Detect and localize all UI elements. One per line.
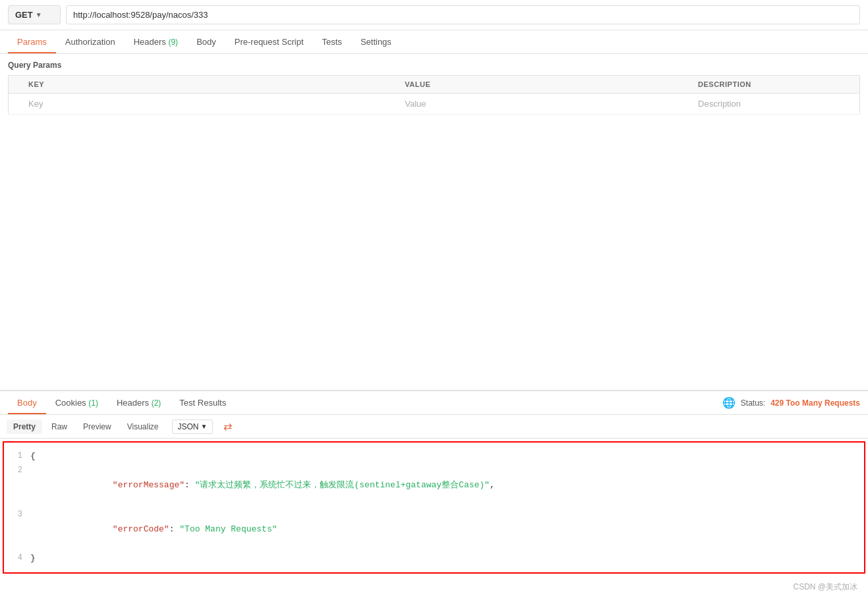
format-bar: Pretty Raw Preview Visualize JSON ▼ ⇄ <box>0 415 868 439</box>
tab-body[interactable]: Body <box>187 30 225 53</box>
cookies-badge: (1) <box>88 398 98 408</box>
resp-tab-headers[interactable]: Headers (2) <box>107 391 170 414</box>
tab-params[interactable]: Params <box>8 30 56 53</box>
format-type-select[interactable]: JSON ▼ <box>172 420 214 434</box>
code-area: 1 { 2 "errorMessage": "请求太过频繁，系统忙不过来，触发限… <box>3 441 865 574</box>
code-content-2: "errorMessage": "请求太过频繁，系统忙不过来，触发限流(sent… <box>30 464 864 507</box>
line-number-3: 3 <box>4 508 30 521</box>
upper-area: Query Params KEY VALUE DESCRIPTION Key V… <box>0 54 868 390</box>
code-line-3: 3 "errorCode": "Too Many Requests" <box>4 508 864 551</box>
headers-badge: (9) <box>168 38 178 47</box>
method-select[interactable]: GET ▼ <box>8 5 61 24</box>
line-number-4: 4 <box>4 551 30 564</box>
val-errorMessage: "请求太过频繁，系统忙不过来，触发限流(sentinel+gataway整合Ca… <box>195 480 490 490</box>
val-errorCode: "Too Many Requests" <box>179 524 277 534</box>
request-tabs: Params Authorization Headers (9) Body Pr… <box>0 30 868 54</box>
table-header-checkbox <box>9 76 22 94</box>
response-area: Body Cookies (1) Headers (2) Test Result… <box>0 390 868 576</box>
fmt-tab-visualize[interactable]: Visualize <box>121 420 165 434</box>
format-chevron-icon: ▼ <box>201 423 208 430</box>
resp-tabs-right: 🌐 Status: 429 Too Many Requests <box>722 396 860 409</box>
method-label: GET <box>15 10 33 20</box>
code-line-2: 2 "errorMessage": "请求太过频繁，系统忙不过来，触发限流(se… <box>4 464 864 507</box>
code-line-4: 4 } <box>4 551 864 566</box>
line-number-2: 2 <box>4 464 30 477</box>
key-errorCode: "errorCode" <box>113 524 169 534</box>
resp-tab-cookies[interactable]: Cookies (1) <box>46 391 107 414</box>
method-chevron-icon: ▼ <box>36 11 42 18</box>
code-content-1: { <box>30 449 864 464</box>
watermark: CSDN @美式加冰 <box>0 576 868 598</box>
row-checkbox-cell <box>9 94 22 115</box>
response-body-section: Pretty Raw Preview Visualize JSON ▼ ⇄ <box>0 415 868 574</box>
code-content-3: "errorCode": "Too Many Requests" <box>30 508 864 551</box>
table-header-key: KEY <box>22 76 398 94</box>
resp-tab-test-results[interactable]: Test Results <box>170 391 235 414</box>
response-tabs: Body Cookies (1) Headers (2) Test Result… <box>0 391 868 415</box>
tab-prerequest[interactable]: Pre-request Script <box>225 30 313 53</box>
table-header-value: VALUE <box>398 76 691 94</box>
url-bar: GET ▼ <box>0 0 868 30</box>
fmt-tab-preview[interactable]: Preview <box>76 420 118 434</box>
tab-headers[interactable]: Headers (9) <box>125 30 187 53</box>
tab-settings[interactable]: Settings <box>351 30 401 53</box>
wrap-button[interactable]: ⇄ <box>219 419 236 434</box>
globe-icon: 🌐 <box>722 396 736 409</box>
code-content-4: } <box>30 551 864 566</box>
tab-authorization[interactable]: Authorization <box>56 30 125 53</box>
table-header-description: DESCRIPTION <box>691 76 859 94</box>
tab-tests[interactable]: Tests <box>313 30 351 53</box>
table-row: Key Value Description <box>9 94 860 115</box>
row-desc-cell[interactable]: Description <box>691 94 859 115</box>
resp-headers-badge: (2) <box>152 398 161 408</box>
key-errorMessage: "errorMessage" <box>113 480 185 490</box>
row-key-cell[interactable]: Key <box>22 94 398 115</box>
status-value: 429 Too Many Requests <box>770 398 860 408</box>
query-params-label: Query Params <box>8 61 860 70</box>
resp-tab-body[interactable]: Body <box>8 391 46 414</box>
code-line-1: 1 { <box>4 449 864 464</box>
fmt-tab-raw[interactable]: Raw <box>45 420 74 434</box>
url-input[interactable] <box>66 5 860 24</box>
line-number-1: 1 <box>4 449 30 462</box>
params-table: KEY VALUE DESCRIPTION Key Value Descript… <box>8 75 860 115</box>
fmt-tab-pretty[interactable]: Pretty <box>7 420 42 434</box>
query-params-section: Query Params KEY VALUE DESCRIPTION Key V… <box>0 54 868 115</box>
status-label: Status: <box>741 398 765 408</box>
row-value-cell[interactable]: Value <box>398 94 691 115</box>
